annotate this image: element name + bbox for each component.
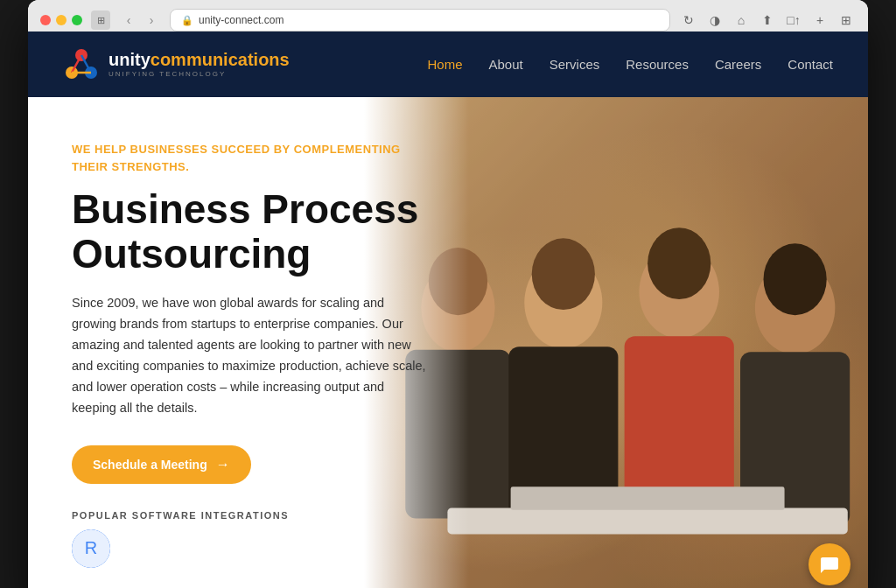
svg-text:R: R — [85, 538, 97, 557]
nav-resources[interactable]: Resources — [626, 57, 689, 72]
logo-unity: unity — [108, 50, 150, 69]
nav-about[interactable]: About — [489, 57, 523, 72]
address-bar[interactable]: 🔒 unity-connect.com — [170, 9, 670, 32]
close-button[interactable] — [40, 15, 51, 25]
hero-heading: Business Process Outsourcing — [72, 187, 430, 276]
add-tab-icon[interactable]: + — [810, 10, 830, 30]
cta-label: Schedule a Meeting — [93, 458, 207, 472]
schedule-meeting-button[interactable]: Schedule a Meeting → — [72, 445, 251, 484]
logo[interactable]: unitycommunications UNIFYING TECHNOLOGY — [63, 46, 290, 83]
chat-widget[interactable] — [808, 543, 850, 585]
software-integrations-row: R — [72, 529, 430, 568]
site-navigation: unitycommunications UNIFYING TECHNOLOGY … — [28, 32, 868, 97]
minimize-button[interactable] — [56, 15, 66, 25]
browser-chrome: ⊞ ‹ › 🔒 unity-connect.com ↻ ◑ ⌂ ⬆ □↑ + ⊞ — [28, 0, 868, 32]
hero-tagline: WE HELP BUSINESSES SUCCEED BY COMPLEMENT… — [72, 141, 430, 175]
nav-home[interactable]: Home — [427, 57, 462, 72]
maximize-button[interactable] — [72, 15, 82, 25]
shield-icon[interactable]: ◑ — [705, 10, 724, 30]
logo-communications: communications — [150, 50, 290, 69]
grid-icon[interactable]: ⊞ — [91, 10, 110, 30]
nav-links: Home About Services Resources Careers Co… — [427, 57, 833, 72]
hero-body-text: Since 2009, we have won global awards fo… — [72, 293, 430, 419]
nav-services[interactable]: Services — [550, 57, 600, 72]
home-icon[interactable]: ⌂ — [732, 10, 751, 30]
nav-arrows: ‹ › — [119, 10, 161, 30]
chat-icon — [819, 554, 840, 575]
logo-tagline: UNIFYING TECHNOLOGY — [108, 70, 290, 78]
website-content: unitycommunications UNIFYING TECHNOLOGY … — [28, 32, 868, 588]
refresh-icon[interactable]: ↻ — [679, 10, 698, 30]
hero-content: WE HELP BUSINESSES SUCCEED BY COMPLEMENT… — [28, 97, 474, 588]
extensions-icon[interactable]: ⊞ — [836, 10, 856, 30]
browser-top-bar: ⊞ ‹ › 🔒 unity-connect.com ↻ ◑ ⌂ ⬆ □↑ + ⊞ — [40, 9, 856, 32]
url-text: unity-connect.com — [199, 14, 284, 26]
browser-actions: ↻ ◑ ⌂ ⬆ □↑ + ⊞ — [679, 10, 856, 30]
nav-contact[interactable]: Contact — [788, 57, 833, 72]
forward-button[interactable]: › — [142, 10, 161, 30]
nav-careers[interactable]: Careers — [715, 57, 761, 72]
popular-software-label: POPULAR SOFTWARE INTEGRATIONS — [72, 510, 430, 521]
traffic-lights — [40, 15, 82, 25]
software-icon-1: R — [72, 529, 110, 568]
logo-icon — [63, 46, 100, 83]
share-icon[interactable]: □↑ — [784, 10, 803, 30]
hero-heading-line2: Outsourcing — [72, 231, 311, 276]
logo-text: unitycommunications UNIFYING TECHNOLOGY — [108, 51, 290, 78]
back-button[interactable]: ‹ — [119, 10, 138, 30]
browser-window: ⊞ ‹ › 🔒 unity-connect.com ↻ ◑ ⌂ ⬆ □↑ + ⊞ — [28, 0, 868, 588]
download-icon[interactable]: ⬆ — [758, 10, 777, 30]
cta-arrow-icon: → — [216, 457, 230, 472]
hero-heading-line1: Business Process — [72, 186, 418, 232]
hero-section: WE HELP BUSINESSES SUCCEED BY COMPLEMENT… — [28, 97, 868, 588]
lock-icon: 🔒 — [181, 15, 193, 26]
